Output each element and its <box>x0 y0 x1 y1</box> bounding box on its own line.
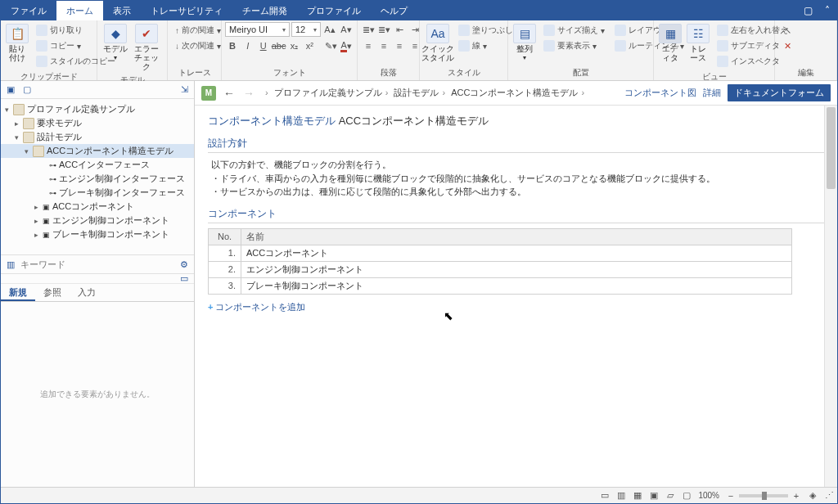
status-view3-icon[interactable]: ▦ <box>629 490 646 501</box>
outdent-icon[interactable]: ⇤ <box>392 22 407 37</box>
elemshow-button[interactable]: 要素表示 ▾ <box>541 38 607 53</box>
ribbon: 📋貼り付け 切り取り コピー ▾ スタイルのコピー クリップボード ◆モデル▾ … <box>1 20 837 81</box>
zoom-out-icon[interactable]: − <box>723 491 739 501</box>
tree-pin-icon[interactable]: ⇲ <box>178 83 191 97</box>
search-input[interactable] <box>20 259 174 269</box>
model-button[interactable]: ◆モデル▾ <box>101 22 130 63</box>
section-policy: 設計方針 <box>208 137 824 153</box>
menu-team[interactable]: チーム開発 <box>232 1 297 20</box>
search-kind-icon[interactable]: ▥ <box>4 258 17 271</box>
add-component-link[interactable]: +コンポーネントを追加 <box>208 301 824 313</box>
link-diagram[interactable]: コンポーネント図 <box>624 87 696 99</box>
tree-acc-struct[interactable]: ▾ACCコンポーネント構造モデル <box>1 144 194 158</box>
tree-brk-if[interactable]: ⊶ブレーキ制御インターフェース <box>1 186 194 200</box>
status-view4-icon[interactable]: ▣ <box>646 490 662 501</box>
tree-home-icon[interactable]: ▣ <box>4 83 17 97</box>
sub-icon[interactable]: x₂ <box>287 38 302 53</box>
close-tool-icon[interactable]: ✕ <box>780 38 795 53</box>
tree-acc-if[interactable]: ⊶ACCインターフェース <box>1 158 194 172</box>
tree-design[interactable]: ▾設計モデル <box>1 130 194 144</box>
tree-root[interactable]: ▾プロファイル定義サンプル <box>1 102 194 116</box>
select-tool-icon[interactable]: ↖ <box>780 23 795 38</box>
tree-out-icon[interactable]: ▢ <box>20 83 34 97</box>
zoom-slider[interactable] <box>739 494 788 497</box>
tree-eng-if[interactable]: ⊶エンジン制御インターフェース <box>1 172 194 186</box>
resize-grip-icon[interactable]: ⋰ <box>821 490 837 501</box>
crumb-b[interactable]: 設計モデル <box>394 88 439 97</box>
font-caption: フォント <box>222 67 357 80</box>
menu-profile[interactable]: プロファイル <box>297 1 371 20</box>
tab-ref[interactable]: 参照 <box>35 284 70 301</box>
content-header: M ← → › プロファイル定義サンプル› 設計モデル› ACCコンポーネント構… <box>195 81 837 106</box>
menu-view[interactable]: 表示 <box>103 1 141 20</box>
align-right-icon[interactable]: ≡ <box>392 38 407 53</box>
tree-eng-comp[interactable]: ▸▣エンジン制御コンポーネント <box>1 214 194 227</box>
menu-trace[interactable]: トレーサビリティ <box>141 1 232 20</box>
sup-icon[interactable]: x² <box>302 38 317 53</box>
trace-caption: トレース <box>168 67 221 80</box>
window-restore-icon[interactable]: ▢ <box>798 1 818 20</box>
nav-fwd-icon[interactable]: → <box>242 87 255 100</box>
layout-caption: 配置 <box>508 67 653 80</box>
bullets-icon[interactable]: ≣▾ <box>361 22 376 37</box>
font-name-combo[interactable]: Meiryo UI▾ <box>225 22 290 37</box>
breadcrumb: › プロファイル定義サンプル› 設計モデル› ACCコンポーネント構造モデル› <box>262 87 588 99</box>
section-component: コンポーネント <box>208 207 824 223</box>
th-name: 名前 <box>241 228 792 245</box>
italic-icon[interactable]: I <box>241 38 255 53</box>
dec-font-icon[interactable]: A▾ <box>339 22 354 37</box>
status-diamond-icon[interactable]: ◈ <box>804 490 821 501</box>
highlight-icon[interactable]: ✎▾ <box>323 38 338 53</box>
menu-help[interactable]: ヘルプ <box>371 1 417 20</box>
resize-button[interactable]: サイズ揃え ▾ <box>541 23 607 38</box>
nav-back-icon[interactable]: ← <box>223 87 236 100</box>
menubar: ファイル ホーム 表示 トレーサビリティ チーム開発 プロファイル ヘルプ ▢ … <box>1 1 837 20</box>
tree-req[interactable]: ▸要求モデル <box>1 116 194 130</box>
tree-acc-comp[interactable]: ▸▣ACCコンポーネント <box>1 200 194 214</box>
align-button[interactable]: ▤整列▾ <box>511 22 538 63</box>
align-left-icon[interactable]: ≡ <box>361 38 376 53</box>
left-divider: ▭ <box>1 274 194 284</box>
quickstyle-button[interactable]: Aaクイック スタイル <box>423 22 453 64</box>
tree-brk-comp[interactable]: ▸▣ブレーキ制御コンポーネント <box>1 227 194 241</box>
search-bar: ▥ ⚙ <box>1 254 194 274</box>
table-row[interactable]: 2.エンジン制御コンポーネント <box>209 261 792 277</box>
inc-font-icon[interactable]: A▴ <box>322 22 337 37</box>
status-view6-icon[interactable]: ▢ <box>678 490 695 501</box>
status-view5-icon[interactable]: ▱ <box>662 490 678 501</box>
table-row[interactable]: 1.ACCコンポーネント <box>209 245 792 261</box>
table-row[interactable]: 3.ブレーキ制御コンポーネント <box>209 277 792 294</box>
zoom-in-icon[interactable]: + <box>788 491 804 501</box>
trace-view-button[interactable]: ☷トレース <box>685 22 711 64</box>
menu-home[interactable]: ホーム <box>56 1 103 20</box>
font-size-combo[interactable]: 12▾ <box>291 22 321 37</box>
tab-new[interactable]: 新規 <box>1 284 35 301</box>
left-empty-msg: 追加できる要素がありません。 <box>1 302 194 487</box>
th-no: No. <box>209 228 241 245</box>
vertical-scrollbar[interactable] <box>824 106 837 487</box>
search-filter-icon[interactable]: ⚙ <box>178 258 191 271</box>
status-view2-icon[interactable]: ▥ <box>613 490 629 501</box>
numbering-icon[interactable]: ≣▾ <box>376 22 391 37</box>
editor-button[interactable]: ▦エディタ <box>657 22 683 64</box>
align-center-icon[interactable]: ≡ <box>376 38 391 53</box>
next-link-button[interactable]: ↓ 次の関連 ▾ <box>173 38 223 53</box>
prev-link-button[interactable]: ↑ 前の関連 ▾ <box>173 23 223 38</box>
doc-form-button[interactable]: ドキュメントフォーム <box>728 84 831 101</box>
errorcheck-button[interactable]: ✔エラーチェック <box>132 22 161 73</box>
underline-icon[interactable]: U <box>256 38 271 53</box>
window-collapse-icon[interactable]: ˄ <box>818 1 837 20</box>
tab-input[interactable]: 入力 <box>70 284 104 301</box>
status-view1-icon[interactable]: ▭ <box>597 490 613 501</box>
link-detail[interactable]: 詳細 <box>703 87 721 99</box>
paste-button[interactable]: 📋貼り付け <box>4 22 30 64</box>
font-color-icon[interactable]: A▾ <box>339 38 354 53</box>
crumb-a[interactable]: プロファイル定義サンプル <box>274 88 382 97</box>
menu-file[interactable]: ファイル <box>1 1 56 20</box>
status-bar: ▭ ▥ ▦ ▣ ▱ ▢ 100% − + ◈ ⋰ <box>1 487 837 503</box>
bold-icon[interactable]: B <box>225 38 240 53</box>
edit-caption: 編集 <box>775 67 836 80</box>
strike-icon[interactable]: abc <box>272 38 286 53</box>
crumb-c[interactable]: ACCコンポーネント構造モデル <box>451 88 578 97</box>
page-title: コンポーネント構造モデル ACCコンポーネント構造モデル <box>208 114 824 128</box>
